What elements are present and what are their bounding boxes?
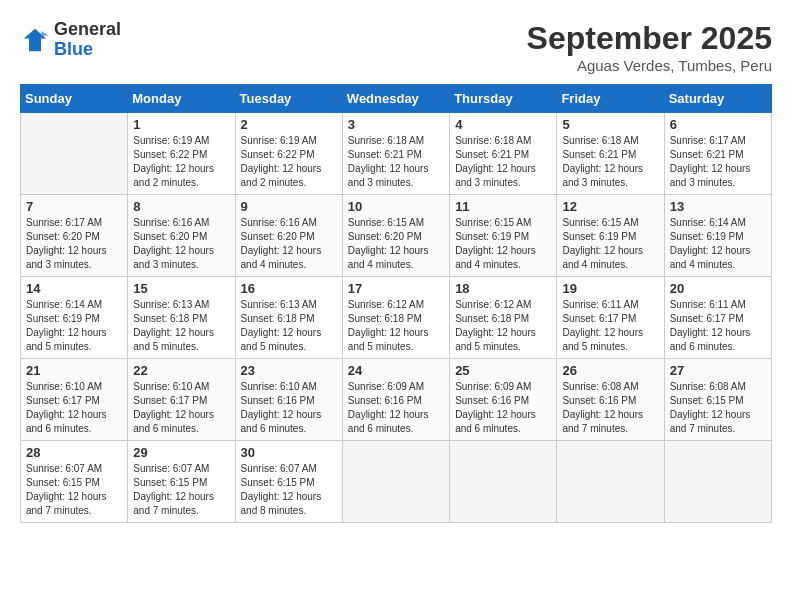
calendar-cell: 13Sunrise: 6:14 AM Sunset: 6:19 PM Dayli… <box>664 195 771 277</box>
week-row-0: 1Sunrise: 6:19 AM Sunset: 6:22 PM Daylig… <box>21 113 772 195</box>
day-number: 26 <box>562 363 658 378</box>
day-number: 11 <box>455 199 551 214</box>
month-title: September 2025 <box>527 20 772 57</box>
day-number: 27 <box>670 363 766 378</box>
day-info: Sunrise: 6:11 AM Sunset: 6:17 PM Dayligh… <box>562 298 658 354</box>
day-info: Sunrise: 6:19 AM Sunset: 6:22 PM Dayligh… <box>133 134 229 190</box>
calendar-cell: 22Sunrise: 6:10 AM Sunset: 6:17 PM Dayli… <box>128 359 235 441</box>
day-info: Sunrise: 6:10 AM Sunset: 6:16 PM Dayligh… <box>241 380 337 436</box>
header-saturday: Saturday <box>664 85 771 113</box>
day-info: Sunrise: 6:10 AM Sunset: 6:17 PM Dayligh… <box>133 380 229 436</box>
calendar-cell: 19Sunrise: 6:11 AM Sunset: 6:17 PM Dayli… <box>557 277 664 359</box>
day-info: Sunrise: 6:07 AM Sunset: 6:15 PM Dayligh… <box>241 462 337 518</box>
calendar-cell: 23Sunrise: 6:10 AM Sunset: 6:16 PM Dayli… <box>235 359 342 441</box>
calendar-cell: 4Sunrise: 6:18 AM Sunset: 6:21 PM Daylig… <box>450 113 557 195</box>
day-number: 25 <box>455 363 551 378</box>
day-number: 5 <box>562 117 658 132</box>
calendar-cell: 11Sunrise: 6:15 AM Sunset: 6:19 PM Dayli… <box>450 195 557 277</box>
svg-marker-1 <box>41 31 49 36</box>
day-info: Sunrise: 6:11 AM Sunset: 6:17 PM Dayligh… <box>670 298 766 354</box>
day-info: Sunrise: 6:07 AM Sunset: 6:15 PM Dayligh… <box>133 462 229 518</box>
day-number: 29 <box>133 445 229 460</box>
header-tuesday: Tuesday <box>235 85 342 113</box>
calendar-cell: 17Sunrise: 6:12 AM Sunset: 6:18 PM Dayli… <box>342 277 449 359</box>
calendar-cell: 9Sunrise: 6:16 AM Sunset: 6:20 PM Daylig… <box>235 195 342 277</box>
calendar-cell <box>21 113 128 195</box>
logo-text: General Blue <box>54 20 121 60</box>
day-number: 13 <box>670 199 766 214</box>
day-number: 18 <box>455 281 551 296</box>
calendar-header-row: SundayMondayTuesdayWednesdayThursdayFrid… <box>21 85 772 113</box>
day-number: 6 <box>670 117 766 132</box>
day-info: Sunrise: 6:18 AM Sunset: 6:21 PM Dayligh… <box>562 134 658 190</box>
day-info: Sunrise: 6:15 AM Sunset: 6:20 PM Dayligh… <box>348 216 444 272</box>
header-monday: Monday <box>128 85 235 113</box>
day-info: Sunrise: 6:17 AM Sunset: 6:20 PM Dayligh… <box>26 216 122 272</box>
day-info: Sunrise: 6:16 AM Sunset: 6:20 PM Dayligh… <box>241 216 337 272</box>
week-row-1: 7Sunrise: 6:17 AM Sunset: 6:20 PM Daylig… <box>21 195 772 277</box>
day-number: 28 <box>26 445 122 460</box>
header-thursday: Thursday <box>450 85 557 113</box>
calendar-cell <box>450 441 557 523</box>
day-number: 24 <box>348 363 444 378</box>
page-header: General Blue September 2025 Aguas Verdes… <box>20 20 772 74</box>
calendar-cell: 16Sunrise: 6:13 AM Sunset: 6:18 PM Dayli… <box>235 277 342 359</box>
day-number: 3 <box>348 117 444 132</box>
calendar-cell: 6Sunrise: 6:17 AM Sunset: 6:21 PM Daylig… <box>664 113 771 195</box>
day-number: 15 <box>133 281 229 296</box>
day-number: 19 <box>562 281 658 296</box>
title-area: September 2025 Aguas Verdes, Tumbes, Per… <box>527 20 772 74</box>
calendar-cell: 24Sunrise: 6:09 AM Sunset: 6:16 PM Dayli… <box>342 359 449 441</box>
day-number: 12 <box>562 199 658 214</box>
calendar-cell <box>342 441 449 523</box>
day-info: Sunrise: 6:08 AM Sunset: 6:15 PM Dayligh… <box>670 380 766 436</box>
week-row-3: 21Sunrise: 6:10 AM Sunset: 6:17 PM Dayli… <box>21 359 772 441</box>
header-wednesday: Wednesday <box>342 85 449 113</box>
day-number: 16 <box>241 281 337 296</box>
calendar-cell: 21Sunrise: 6:10 AM Sunset: 6:17 PM Dayli… <box>21 359 128 441</box>
day-info: Sunrise: 6:15 AM Sunset: 6:19 PM Dayligh… <box>562 216 658 272</box>
week-row-2: 14Sunrise: 6:14 AM Sunset: 6:19 PM Dayli… <box>21 277 772 359</box>
calendar-cell <box>664 441 771 523</box>
logo: General Blue <box>20 20 121 60</box>
calendar-cell: 20Sunrise: 6:11 AM Sunset: 6:17 PM Dayli… <box>664 277 771 359</box>
calendar-cell: 28Sunrise: 6:07 AM Sunset: 6:15 PM Dayli… <box>21 441 128 523</box>
header-friday: Friday <box>557 85 664 113</box>
day-number: 1 <box>133 117 229 132</box>
day-number: 7 <box>26 199 122 214</box>
day-number: 8 <box>133 199 229 214</box>
day-number: 4 <box>455 117 551 132</box>
day-number: 10 <box>348 199 444 214</box>
calendar-cell: 25Sunrise: 6:09 AM Sunset: 6:16 PM Dayli… <box>450 359 557 441</box>
calendar-table: SundayMondayTuesdayWednesdayThursdayFrid… <box>20 84 772 523</box>
calendar-cell: 12Sunrise: 6:15 AM Sunset: 6:19 PM Dayli… <box>557 195 664 277</box>
day-number: 20 <box>670 281 766 296</box>
day-number: 17 <box>348 281 444 296</box>
calendar-cell: 26Sunrise: 6:08 AM Sunset: 6:16 PM Dayli… <box>557 359 664 441</box>
day-info: Sunrise: 6:12 AM Sunset: 6:18 PM Dayligh… <box>455 298 551 354</box>
location: Aguas Verdes, Tumbes, Peru <box>527 57 772 74</box>
day-info: Sunrise: 6:09 AM Sunset: 6:16 PM Dayligh… <box>455 380 551 436</box>
day-info: Sunrise: 6:13 AM Sunset: 6:18 PM Dayligh… <box>241 298 337 354</box>
calendar-cell: 18Sunrise: 6:12 AM Sunset: 6:18 PM Dayli… <box>450 277 557 359</box>
calendar-cell: 3Sunrise: 6:18 AM Sunset: 6:21 PM Daylig… <box>342 113 449 195</box>
day-number: 22 <box>133 363 229 378</box>
day-info: Sunrise: 6:18 AM Sunset: 6:21 PM Dayligh… <box>348 134 444 190</box>
calendar-cell: 29Sunrise: 6:07 AM Sunset: 6:15 PM Dayli… <box>128 441 235 523</box>
calendar-cell <box>557 441 664 523</box>
day-info: Sunrise: 6:13 AM Sunset: 6:18 PM Dayligh… <box>133 298 229 354</box>
day-number: 2 <box>241 117 337 132</box>
calendar-cell: 7Sunrise: 6:17 AM Sunset: 6:20 PM Daylig… <box>21 195 128 277</box>
calendar-cell: 15Sunrise: 6:13 AM Sunset: 6:18 PM Dayli… <box>128 277 235 359</box>
day-number: 30 <box>241 445 337 460</box>
day-number: 14 <box>26 281 122 296</box>
day-info: Sunrise: 6:12 AM Sunset: 6:18 PM Dayligh… <box>348 298 444 354</box>
day-info: Sunrise: 6:17 AM Sunset: 6:21 PM Dayligh… <box>670 134 766 190</box>
calendar-cell: 5Sunrise: 6:18 AM Sunset: 6:21 PM Daylig… <box>557 113 664 195</box>
day-info: Sunrise: 6:08 AM Sunset: 6:16 PM Dayligh… <box>562 380 658 436</box>
calendar-cell: 30Sunrise: 6:07 AM Sunset: 6:15 PM Dayli… <box>235 441 342 523</box>
day-info: Sunrise: 6:14 AM Sunset: 6:19 PM Dayligh… <box>670 216 766 272</box>
week-row-4: 28Sunrise: 6:07 AM Sunset: 6:15 PM Dayli… <box>21 441 772 523</box>
calendar-cell: 27Sunrise: 6:08 AM Sunset: 6:15 PM Dayli… <box>664 359 771 441</box>
day-info: Sunrise: 6:16 AM Sunset: 6:20 PM Dayligh… <box>133 216 229 272</box>
